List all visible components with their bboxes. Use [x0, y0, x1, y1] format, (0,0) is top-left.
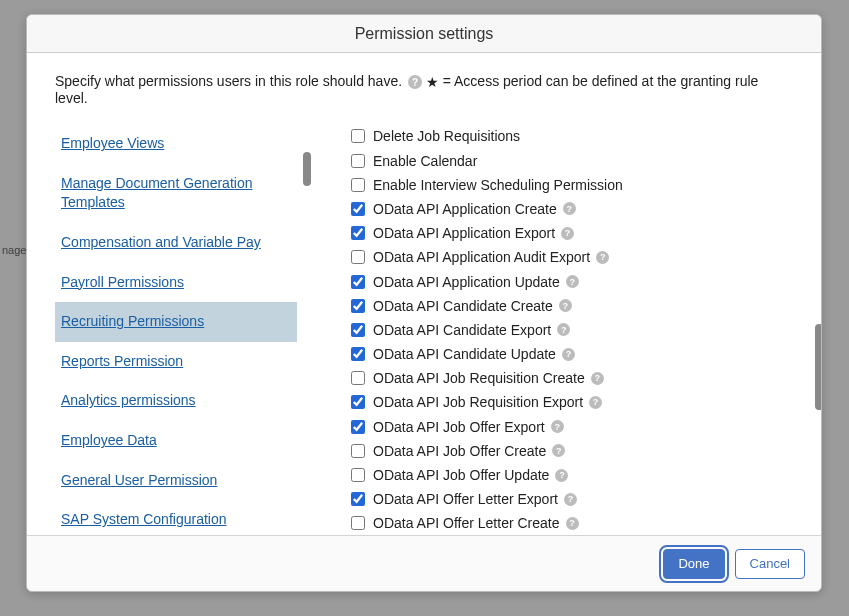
- permission-row: OData API Offer Letter Create?: [351, 511, 793, 535]
- permission-label: OData API Application Audit Export: [373, 249, 590, 265]
- permission-label: OData API Job Requisition Export: [373, 394, 583, 410]
- permission-row: OData API Application Export?: [351, 221, 793, 245]
- permission-label: Delete Job Requisitions: [373, 128, 520, 144]
- category-item[interactable]: SAP System Configuration: [55, 500, 297, 535]
- permission-label: OData API Candidate Export: [373, 322, 551, 338]
- category-item[interactable]: Recruiting Permissions: [55, 302, 297, 342]
- category-item[interactable]: General User Permission: [55, 461, 297, 501]
- help-icon[interactable]: ?: [566, 275, 579, 288]
- done-button[interactable]: Done: [663, 549, 724, 579]
- permission-label: Enable Calendar: [373, 153, 477, 169]
- permission-checkbox[interactable]: [351, 444, 365, 458]
- help-icon[interactable]: ?: [566, 517, 579, 530]
- help-icon[interactable]: ?: [589, 396, 602, 409]
- permission-row: OData API Application Update?: [351, 269, 793, 293]
- help-icon[interactable]: ?: [408, 75, 422, 89]
- permission-checkbox[interactable]: [351, 371, 365, 385]
- permission-checkbox[interactable]: [351, 202, 365, 216]
- help-icon[interactable]: ?: [552, 444, 565, 457]
- permission-row: OData API Job Offer Create?: [351, 439, 793, 463]
- help-icon[interactable]: ?: [555, 469, 568, 482]
- modal-body: Specify what permissions users in this r…: [27, 53, 821, 535]
- permission-row: OData API Job Offer Update?: [351, 463, 793, 487]
- permission-checkbox[interactable]: [351, 323, 365, 337]
- cancel-button[interactable]: Cancel: [735, 549, 805, 579]
- permission-row: OData API Candidate Create?: [351, 294, 793, 318]
- permission-row: Enable Calendar: [351, 148, 793, 172]
- permission-label: OData API Application Export: [373, 225, 555, 241]
- permission-row: OData API Application Create?: [351, 197, 793, 221]
- category-item[interactable]: Payroll Permissions: [55, 263, 297, 303]
- permission-row: Delete Job Requisitions: [351, 124, 793, 148]
- permission-row: OData API Candidate Update?: [351, 342, 793, 366]
- permission-label: OData API Candidate Create: [373, 298, 553, 314]
- permission-label: OData API Offer Letter Export: [373, 491, 558, 507]
- permission-row: Enable Interview Scheduling Permission: [351, 173, 793, 197]
- permission-label: OData API Application Create: [373, 201, 557, 217]
- help-icon[interactable]: ?: [563, 202, 576, 215]
- modal-title: Permission settings: [27, 15, 821, 53]
- modal-footer: Done Cancel: [27, 535, 821, 591]
- help-icon[interactable]: ?: [564, 493, 577, 506]
- help-icon[interactable]: ?: [559, 299, 572, 312]
- permission-checkbox[interactable]: [351, 129, 365, 143]
- permission-label: OData API Job Requisition Create: [373, 370, 585, 386]
- category-item[interactable]: Manage Document Generation Templates: [55, 164, 297, 223]
- permission-label: Enable Interview Scheduling Permission: [373, 177, 623, 193]
- category-item[interactable]: Analytics permissions: [55, 381, 297, 421]
- permission-checkbox[interactable]: [351, 275, 365, 289]
- permission-row: OData API Job Requisition Export?: [351, 390, 793, 414]
- permission-row: OData API Candidate Export?: [351, 318, 793, 342]
- permission-row: OData API Job Requisition Create?: [351, 366, 793, 390]
- permission-row: OData API Offer Letter Export?: [351, 487, 793, 511]
- help-icon[interactable]: ?: [596, 251, 609, 264]
- permission-label: OData API Application Update: [373, 274, 560, 290]
- star-icon: ★: [426, 74, 439, 90]
- permission-label: OData API Offer Letter Create: [373, 515, 560, 531]
- permissions-container: Delete Job RequisitionsEnable CalendarEn…: [351, 124, 793, 522]
- permission-checkbox[interactable]: [351, 395, 365, 409]
- help-icon[interactable]: ?: [562, 348, 575, 361]
- permission-label: OData API Candidate Update: [373, 346, 556, 362]
- permissions-list[interactable]: Delete Job RequisitionsEnable CalendarEn…: [351, 124, 793, 535]
- help-icon[interactable]: ?: [591, 372, 604, 385]
- category-column: Employee ViewsManage Document Generation…: [55, 124, 311, 524]
- permission-row: OData API Application Audit Export?: [351, 245, 793, 269]
- permission-checkbox[interactable]: [351, 226, 365, 240]
- permission-checkbox[interactable]: [351, 347, 365, 361]
- permission-label: OData API Job Offer Create: [373, 443, 546, 459]
- permission-checkbox[interactable]: [351, 468, 365, 482]
- intro-text: Specify what permissions users in this r…: [55, 73, 793, 106]
- category-list[interactable]: Employee ViewsManage Document Generation…: [55, 124, 311, 535]
- permission-checkbox[interactable]: [351, 516, 365, 530]
- help-icon[interactable]: ?: [557, 323, 570, 336]
- category-item[interactable]: Reports Permission: [55, 342, 297, 382]
- category-item[interactable]: Employee Data: [55, 421, 297, 461]
- permission-row: OData API Job Offer Export?: [351, 415, 793, 439]
- intro-prefix: Specify what permissions users in this r…: [55, 73, 402, 89]
- permission-checkbox[interactable]: [351, 299, 365, 313]
- help-icon[interactable]: ?: [561, 227, 574, 240]
- permission-label: OData API Job Offer Export: [373, 419, 545, 435]
- content-row: Employee ViewsManage Document Generation…: [55, 124, 793, 524]
- permission-checkbox[interactable]: [351, 250, 365, 264]
- scrollbar-thumb[interactable]: [815, 324, 821, 410]
- permissions-column: Delete Job RequisitionsEnable CalendarEn…: [351, 124, 793, 524]
- permission-settings-modal: Permission settings Specify what permiss…: [26, 14, 822, 592]
- permission-checkbox[interactable]: [351, 178, 365, 192]
- permission-checkbox[interactable]: [351, 154, 365, 168]
- category-item[interactable]: Compensation and Variable Pay: [55, 223, 297, 263]
- help-icon[interactable]: ?: [551, 420, 564, 433]
- permission-label: OData API Job Offer Update: [373, 467, 549, 483]
- permission-checkbox[interactable]: [351, 492, 365, 506]
- category-item[interactable]: Employee Views: [55, 124, 297, 164]
- permission-checkbox[interactable]: [351, 420, 365, 434]
